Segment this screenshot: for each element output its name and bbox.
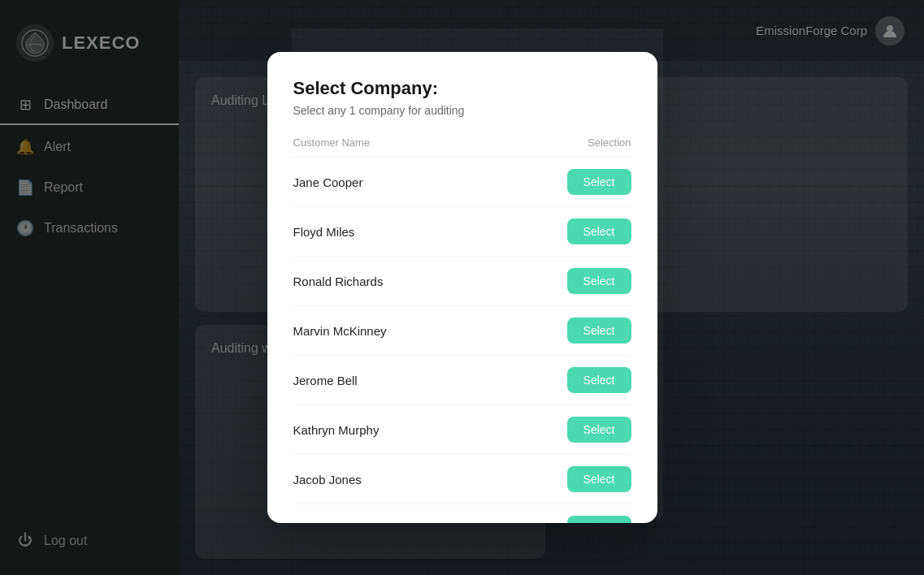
table-row: Jacob JonesSelect	[293, 455, 631, 504]
select-company-modal: Select Company: Select any 1 company for…	[267, 52, 657, 523]
company-name: Jane Cooper	[293, 175, 363, 189]
col-selection: Selection	[588, 136, 631, 149]
table-row: Floyd MilesSelect	[293, 207, 631, 257]
company-list: Jane CooperSelectFloyd MilesSelectRonald…	[293, 158, 631, 523]
col-customer-name: Customer Name	[293, 136, 371, 149]
table-row: Ronald RichardsSelect	[293, 257, 631, 306]
select-button-7[interactable]: Select	[567, 466, 631, 492]
company-name: Floyd Miles	[293, 225, 355, 239]
select-button-8[interactable]: Select	[567, 516, 631, 523]
select-button-5[interactable]: Select	[567, 367, 631, 393]
select-button-2[interactable]: Select	[567, 218, 631, 244]
company-name: Ronald Richards	[293, 275, 384, 288]
select-button-1[interactable]: Select	[567, 169, 631, 195]
company-name: Kathryn Murphy	[293, 423, 380, 437]
table-row: Jerome BellSelect	[293, 356, 631, 405]
table-header: Customer Name Selection	[293, 136, 631, 158]
company-name: Kristin Watson	[293, 522, 371, 524]
table-row: Marvin McKinneySelect	[293, 306, 631, 356]
company-name: Jacob Jones	[293, 473, 362, 486]
company-name: Marvin McKinney	[293, 324, 387, 338]
select-button-3[interactable]: Select	[567, 268, 631, 294]
modal-subtitle: Select any 1 company for auditing	[293, 104, 631, 117]
table-row: Kristin WatsonSelect	[293, 504, 631, 523]
table-row: Jane CooperSelect	[293, 158, 631, 207]
company-name: Jerome Bell	[293, 374, 358, 387]
modal-overlay: Select Company: Select any 1 company for…	[0, 0, 924, 575]
select-button-4[interactable]: Select	[567, 318, 631, 344]
modal-title: Select Company:	[293, 78, 631, 99]
table-row: Kathryn MurphySelect	[293, 405, 631, 455]
select-button-6[interactable]: Select	[567, 417, 631, 443]
